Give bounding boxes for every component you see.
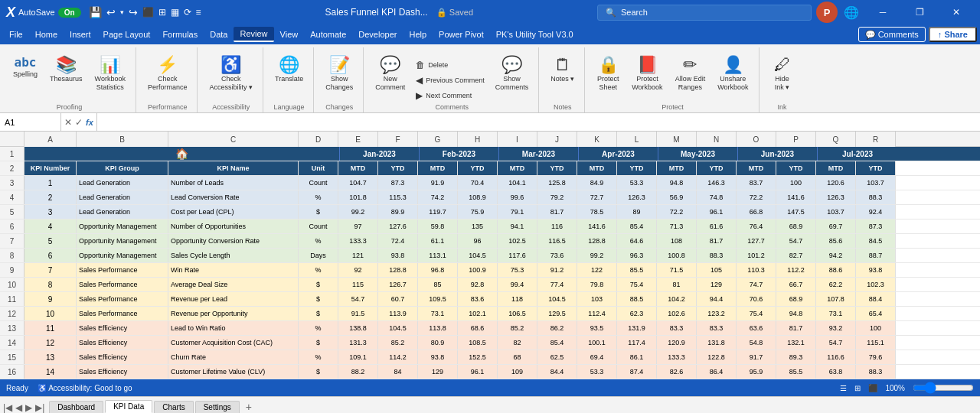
cell-value[interactable]: 80.9 bbox=[418, 336, 458, 350]
cell-value[interactable]: 69.7 bbox=[816, 220, 856, 233]
show-comments-button[interactable]: 💬 ShowComments bbox=[490, 53, 534, 103]
cell-value[interactable]: 102.5 bbox=[498, 234, 537, 248]
unshare-button[interactable]: 👤 UnshareWorkbook bbox=[712, 53, 753, 103]
menu-automate[interactable]: Automate bbox=[304, 28, 352, 41]
table-row[interactable]: 31Lead GenerationNumber of LeadsCount104… bbox=[0, 176, 980, 190]
cell-kpi-num[interactable]: 14 bbox=[24, 365, 77, 379]
table-row[interactable]: 86Opportunity ManagementSales Cycle Leng… bbox=[0, 249, 980, 263]
cell-value[interactable]: 87.4 bbox=[617, 365, 657, 379]
cell-kpi-num[interactable]: 13 bbox=[24, 350, 77, 364]
cell-value[interactable]: 94.8 bbox=[776, 307, 816, 320]
cell-value[interactable]: 94.4 bbox=[697, 292, 737, 306]
cell-kpi-group[interactable]: Sales Performance bbox=[77, 292, 168, 306]
cell-value[interactable]: 104.1 bbox=[498, 176, 537, 190]
cell-value[interactable]: 117.6 bbox=[498, 249, 537, 262]
cell-value[interactable]: 95.9 bbox=[737, 365, 776, 379]
view-normal-icon[interactable]: ☰ bbox=[840, 384, 847, 392]
cell-value[interactable]: 117.4 bbox=[617, 336, 657, 350]
col-header-d[interactable]: D bbox=[299, 132, 338, 147]
globe-icon[interactable]: 🌐 bbox=[844, 5, 859, 20]
cell-value[interactable]: 78.5 bbox=[577, 205, 617, 219]
cell-value[interactable]: 113.9 bbox=[378, 307, 418, 320]
cell-value[interactable]: 138.8 bbox=[338, 321, 378, 335]
table-row[interactable]: 1311Sales EfficiencyLead to Win Ratio%13… bbox=[0, 321, 980, 336]
cell-kpi-num[interactable]: 5 bbox=[24, 234, 77, 248]
protect-sheet-button[interactable]: 🔒 ProtectSheet bbox=[591, 53, 625, 103]
cell-value[interactable]: 107.8 bbox=[816, 292, 856, 306]
cell-value[interactable]: 106.5 bbox=[498, 307, 537, 320]
menu-data[interactable]: Data bbox=[204, 28, 234, 41]
cell-kpi-name[interactable]: Churn Rate bbox=[168, 350, 299, 364]
cell-value[interactable]: 62.5 bbox=[537, 350, 577, 364]
col-header-b[interactable]: B bbox=[77, 132, 168, 147]
cell-value[interactable]: 88.7 bbox=[856, 249, 896, 262]
cell-value[interactable]: 126.7 bbox=[378, 278, 418, 291]
cell-kpi-name[interactable]: Win Rate bbox=[168, 263, 299, 277]
cell-value[interactable]: 68 bbox=[498, 350, 537, 364]
sheet-tab-kpi-data[interactable]: KPI Data bbox=[105, 400, 152, 413]
cell-value[interactable]: 53.3 bbox=[617, 176, 657, 190]
cell-value[interactable]: 108 bbox=[657, 234, 697, 248]
cell-value[interactable]: 103.7 bbox=[856, 176, 896, 190]
show-changes-button[interactable]: 📝 ShowChanges bbox=[320, 53, 358, 103]
cell-value[interactable]: 88.3 bbox=[697, 249, 737, 262]
cell-value[interactable]: 82 bbox=[498, 336, 537, 350]
cell-value[interactable]: 146.3 bbox=[697, 176, 737, 190]
cell-value[interactable]: 141.6 bbox=[776, 190, 816, 204]
cell-value[interactable]: 99.4 bbox=[498, 278, 537, 291]
table-row[interactable]: 97Sales PerformanceWin Rate%92128.896.81… bbox=[0, 263, 980, 278]
cell-kpi-num[interactable]: 6 bbox=[24, 249, 77, 262]
sheet-tab-settings[interactable]: Settings bbox=[195, 401, 240, 413]
cell-value[interactable]: 54.8 bbox=[737, 336, 776, 350]
menu-formulas[interactable]: Formulas bbox=[156, 28, 204, 41]
col-header-c[interactable]: C bbox=[168, 132, 299, 147]
cell-value[interactable]: 68.6 bbox=[458, 321, 498, 335]
cell-unit[interactable]: Days bbox=[299, 249, 338, 262]
cell-value[interactable]: 104.5 bbox=[378, 321, 418, 335]
cell-value[interactable]: 75.3 bbox=[498, 263, 537, 277]
cell-value[interactable]: 120.6 bbox=[816, 176, 856, 190]
cell-value[interactable]: 82.7 bbox=[776, 249, 816, 262]
cell-value[interactable]: 102.1 bbox=[458, 307, 498, 320]
cell-value[interactable]: 87.3 bbox=[378, 176, 418, 190]
cell-kpi-group[interactable]: Opportunity Management bbox=[77, 220, 168, 233]
cell-kpi-name[interactable]: Average Deal Size bbox=[168, 278, 299, 291]
cell-value[interactable]: 128.8 bbox=[577, 234, 617, 248]
cell-kpi-group[interactable]: Sales Efficiency bbox=[77, 350, 168, 364]
cell-kpi-group[interactable]: Sales Performance bbox=[77, 278, 168, 291]
col-header-i[interactable]: I bbox=[498, 132, 537, 147]
cell-kpi-group[interactable]: Sales Efficiency bbox=[77, 336, 168, 350]
cell-value[interactable]: 88.4 bbox=[856, 292, 896, 306]
minimize-button[interactable]: ─ bbox=[865, 0, 900, 24]
save-icon[interactable]: 💾 bbox=[89, 6, 102, 18]
cell-value[interactable]: 99.2 bbox=[577, 249, 617, 262]
cell-value[interactable]: 85.4 bbox=[617, 220, 657, 233]
cell-unit[interactable]: % bbox=[299, 350, 338, 364]
cell-kpi-name[interactable]: Number of Leads bbox=[168, 176, 299, 190]
cell-value[interactable]: 110.3 bbox=[737, 263, 776, 277]
cell-value[interactable]: 91.9 bbox=[418, 176, 458, 190]
cell-value[interactable]: 100.9 bbox=[458, 263, 498, 277]
cell-value[interactable]: 85.5 bbox=[617, 263, 657, 277]
cell-value[interactable]: 75.4 bbox=[617, 278, 657, 291]
cell-value[interactable]: 79.2 bbox=[537, 190, 577, 204]
menu-power-pivot[interactable]: Power Pivot bbox=[433, 28, 490, 41]
cell-value[interactable]: 93.8 bbox=[418, 350, 458, 364]
check-performance-button[interactable]: ⚡ CheckPerformance bbox=[142, 53, 193, 103]
cell-value[interactable]: 83.6 bbox=[458, 292, 498, 306]
cell-value[interactable]: 82.6 bbox=[657, 365, 697, 379]
cell-value[interactable]: 72.2 bbox=[737, 190, 776, 204]
cell-value[interactable]: 102.3 bbox=[856, 278, 896, 291]
cell-value[interactable]: 75.9 bbox=[458, 205, 498, 219]
thesaurus-button[interactable]: 📚 Thesaurus bbox=[44, 53, 88, 103]
cell-value[interactable]: 85.2 bbox=[498, 321, 537, 335]
col-header-j[interactable]: J bbox=[537, 132, 577, 147]
table-row[interactable]: 1614Sales EfficiencyCustomer Lifetime Va… bbox=[0, 365, 980, 379]
cell-value[interactable]: 125.8 bbox=[537, 176, 577, 190]
cell-value[interactable]: 127.6 bbox=[378, 220, 418, 233]
allow-edit-button[interactable]: ✏ Allow EditRanges bbox=[670, 53, 711, 103]
cell-value[interactable]: 113.1 bbox=[418, 249, 458, 262]
cell-unit[interactable]: % bbox=[299, 321, 338, 335]
toolbar-extra-icon3[interactable]: ≡ bbox=[196, 7, 201, 18]
view-page-layout-icon[interactable]: ⊞ bbox=[854, 384, 861, 392]
